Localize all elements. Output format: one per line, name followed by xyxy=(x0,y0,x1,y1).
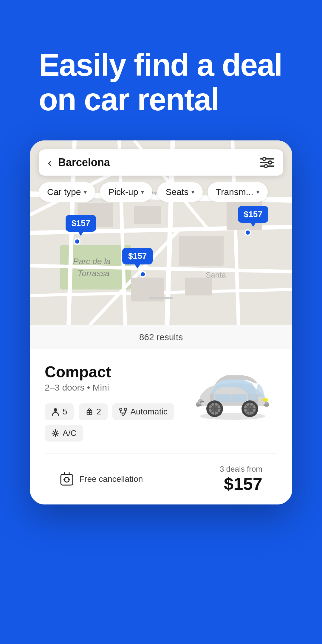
filter-car-type[interactable]: Car type ▾ xyxy=(39,182,95,202)
svg-rect-52 xyxy=(196,404,202,406)
svg-text:Parc de la: Parc de la xyxy=(73,257,111,266)
svg-line-47 xyxy=(57,434,58,436)
filter-icon[interactable] xyxy=(260,157,274,168)
filter-seats[interactable]: Seats ▾ xyxy=(157,182,203,202)
price-bubble-2[interactable]: $157 xyxy=(238,206,268,223)
cancellation-label: Free cancellation xyxy=(79,474,143,484)
feature-luggage: 2 xyxy=(79,403,108,420)
hero-title-line2: on car rental xyxy=(39,82,219,117)
ac-icon xyxy=(51,429,60,437)
cancellation-icon xyxy=(60,472,74,486)
feature-transmission: Automatic xyxy=(112,403,174,420)
deals-from: 3 deals from xyxy=(220,465,262,474)
svg-point-27 xyxy=(269,161,272,164)
drag-handle[interactable] xyxy=(149,297,173,299)
svg-rect-22 xyxy=(185,278,212,295)
map-pin-3 xyxy=(140,271,146,278)
svg-text:VW: VW xyxy=(199,400,204,403)
filter-seats-label: Seats xyxy=(165,187,188,197)
deals-price: $157 xyxy=(220,474,262,494)
svg-point-29 xyxy=(264,165,267,168)
svg-point-25 xyxy=(263,157,266,160)
search-location: Barcelona xyxy=(58,156,260,169)
car-image-area: VW xyxy=(188,364,277,424)
back-button[interactable]: ‹ xyxy=(48,155,52,170)
pricing-section: Free cancellation 3 deals from $157 xyxy=(45,453,277,504)
svg-rect-73 xyxy=(61,474,73,485)
svg-line-48 xyxy=(57,431,58,432)
transmission-icon xyxy=(119,408,127,416)
svg-rect-53 xyxy=(264,404,269,406)
luggage-icon xyxy=(85,408,94,416)
cancellation-info: Free cancellation xyxy=(60,472,143,486)
svg-point-41 xyxy=(54,432,57,434)
search-bar: ‹ Barcelona xyxy=(39,149,283,176)
svg-text:Torrassa: Torrassa xyxy=(78,269,110,278)
seats-count: 5 xyxy=(63,407,67,417)
feature-ac: A/C xyxy=(45,425,83,442)
svg-point-70 xyxy=(262,398,268,402)
filter-pickup[interactable]: Pick-up ▾ xyxy=(100,182,152,202)
svg-line-49 xyxy=(53,434,54,436)
hero-title: Easily find a deal on car rental xyxy=(39,48,292,117)
feature-seats: 5 xyxy=(45,403,74,420)
filter-transmission[interactable]: Transm... ▾ xyxy=(208,182,268,202)
car-title: Compact xyxy=(45,364,188,380)
car-card: Compact 2–3 doors • Mini 5 xyxy=(30,349,292,504)
svg-point-30 xyxy=(54,408,57,412)
map-pin-2 xyxy=(244,229,251,236)
svg-rect-20 xyxy=(179,236,224,266)
hero-title-line1: Easily find a deal xyxy=(39,47,282,82)
transmission-label: Automatic xyxy=(130,407,168,417)
chevron-down-icon: ▾ xyxy=(141,188,144,196)
filter-pills: Car type ▾ Pick-up ▾ Seats ▾ Transm... ▾ xyxy=(39,182,283,202)
car-card-header: Compact 2–3 doors • Mini 5 xyxy=(45,364,277,442)
deals-info: 3 deals from $157 xyxy=(220,465,262,494)
chevron-down-icon: ▾ xyxy=(256,188,259,196)
filter-car-type-label: Car type xyxy=(47,187,81,197)
chevron-down-icon: ▾ xyxy=(191,188,194,196)
ac-label: A/C xyxy=(63,428,77,438)
car-image: VW xyxy=(188,364,277,424)
map-area: C/ Mas Llança Carrer Joventut Parc de la… xyxy=(30,140,292,325)
hero-section: Easily find a deal on car rental xyxy=(0,0,322,117)
chevron-down-icon: ▾ xyxy=(84,188,87,196)
app-container: C/ Mas Llança Carrer Joventut Parc de la… xyxy=(30,140,292,504)
car-subtitle: 2–3 doors • Mini xyxy=(45,383,188,393)
price-bubble-3[interactable]: $157 xyxy=(122,248,153,264)
svg-line-46 xyxy=(53,431,54,432)
results-count: 862 results xyxy=(139,332,183,342)
person-icon xyxy=(51,408,60,416)
filter-transmission-label: Transm... xyxy=(216,187,253,197)
map-pin-1 xyxy=(74,238,80,245)
car-info: Compact 2–3 doors • Mini 5 xyxy=(45,364,188,442)
luggage-count: 2 xyxy=(97,407,101,417)
price-bubble-1[interactable]: $157 xyxy=(66,215,96,232)
svg-rect-19 xyxy=(134,206,161,224)
filter-pickup-label: Pick-up xyxy=(108,187,138,197)
car-features: 5 2 xyxy=(45,403,188,442)
results-bar: 862 results xyxy=(30,325,292,349)
